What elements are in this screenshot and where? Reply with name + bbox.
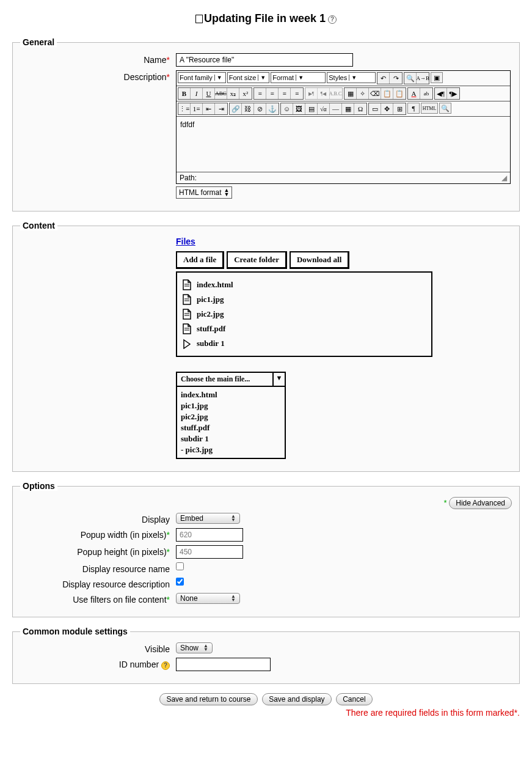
display-select[interactable]: Embed▲▼ (176, 513, 240, 524)
superscript-icon[interactable]: x² (239, 88, 252, 99)
link-icon[interactable]: 🔗 (230, 103, 242, 114)
unlink-icon[interactable]: ⛓ (242, 103, 254, 114)
main-file-select[interactable]: Choose the main file... ▼ index.html pic… (176, 372, 286, 459)
emoticon-icon[interactable]: ☺ (281, 103, 293, 114)
visual-chars-icon[interactable]: ¶ (407, 103, 420, 114)
redo-icon[interactable]: ↷ (390, 73, 402, 84)
fullscreen-icon[interactable]: ▣ (431, 72, 443, 83)
bullet-list-icon[interactable]: ⋮≡ (178, 103, 191, 114)
underline-icon[interactable]: U (203, 88, 215, 99)
display-name-label: Display resource name (20, 562, 176, 574)
number-list-icon[interactable]: 1≡ (191, 103, 203, 114)
font-size-select[interactable]: Font size▼ (227, 72, 270, 83)
hr-icon[interactable]: — (330, 103, 342, 114)
nolink-icon[interactable]: ⊘ (254, 103, 266, 114)
display-desc-checkbox[interactable] (176, 578, 184, 586)
download-all-button[interactable]: Download all (290, 251, 349, 269)
name-input[interactable] (176, 53, 353, 67)
italic-icon[interactable]: I (191, 88, 203, 99)
display-label: Display (20, 513, 176, 524)
anchor-icon[interactable]: ⚓ (266, 103, 279, 114)
folder-icon (182, 338, 192, 349)
popup-width-label: Popup width (in pixels)* (20, 528, 176, 540)
display-name-checkbox[interactable] (176, 562, 184, 570)
indent-icon[interactable]: ⇥ (215, 103, 227, 114)
table-insert-icon[interactable]: ▦ (342, 103, 354, 114)
align-left-icon[interactable]: ≡ (254, 88, 266, 99)
layer-icon[interactable]: ▭ (369, 103, 381, 114)
list-item[interactable]: subdir 1 (182, 336, 426, 351)
format-select[interactable]: Format▼ (271, 72, 326, 83)
paste-text-icon[interactable]: 📋 (381, 88, 393, 99)
spellcheck-icon[interactable]: 🔍 (439, 103, 451, 114)
special-char-icon[interactable]: Ω (354, 103, 366, 114)
file-icon (182, 323, 192, 334)
name-label: Name* (20, 53, 176, 65)
paste-word-icon[interactable]: 📋 (393, 88, 406, 99)
hide-advanced-button[interactable]: Hide Advanced (449, 497, 512, 509)
list-item[interactable]: pic1.jpg (182, 292, 426, 307)
equation-icon[interactable]: √α (318, 103, 330, 114)
help-icon[interactable]: ? (161, 661, 170, 670)
cleanup-icon[interactable]: ✧ (357, 88, 369, 99)
bg-color-icon[interactable]: ab (420, 88, 432, 99)
rtl-icon[interactable]: ¶◀ (318, 88, 330, 99)
media-icon[interactable]: ▤ (305, 103, 318, 114)
select-all-icon[interactable]: ▦ (344, 88, 357, 99)
html-icon[interactable]: HTML (421, 103, 438, 114)
cancel-button[interactable]: Cancel (336, 693, 372, 705)
idnumber-input[interactable] (176, 658, 271, 671)
popup-height-input[interactable] (176, 545, 243, 559)
create-folder-button[interactable]: Create folder (227, 251, 287, 269)
move-icon[interactable]: ✥ (381, 103, 393, 114)
add-file-button[interactable]: Add a file (176, 251, 224, 269)
replace-icon[interactable]: A→B (417, 73, 429, 84)
list-item[interactable]: stuff.pdf (182, 322, 426, 336)
content-legend: Content (20, 221, 57, 230)
text-color-icon[interactable]: A (408, 88, 420, 99)
save-display-button[interactable]: Save and display (262, 693, 331, 705)
remove-format-icon[interactable]: ⌫ (369, 88, 381, 99)
file-icon (182, 294, 192, 305)
action-buttons: Save and return to course Save and displ… (12, 693, 520, 705)
bold-icon[interactable]: B (178, 88, 191, 99)
common-legend: Common module settings (20, 627, 130, 636)
align-right-icon[interactable]: ≡ (279, 88, 291, 99)
indent-left-icon[interactable]: ◀¶ (435, 88, 447, 99)
resize-handle-icon[interactable]: ◢ (501, 174, 507, 182)
main-file-options[interactable]: index.html pic1.jpg pic2.jpg stuff.pdf s… (177, 387, 285, 458)
list-item[interactable]: pic2.jpg (182, 307, 426, 322)
editor-content-area[interactable]: fdfdf (177, 117, 510, 172)
file-icon (182, 279, 192, 290)
styles-select[interactable]: Styles▼ (327, 72, 376, 83)
indent-right-icon[interactable]: ¶▶ (447, 88, 459, 99)
help-icon[interactable]: ? (328, 15, 337, 24)
files-link[interactable]: Files (176, 237, 195, 246)
document-icon (195, 15, 203, 23)
image-icon[interactable]: 🖼 (293, 103, 305, 114)
visible-select[interactable]: Show▲▼ (176, 642, 213, 653)
idnumber-label: ID number ? (20, 658, 176, 670)
general-legend: General (20, 37, 57, 47)
save-return-button[interactable]: Save and return to course (159, 693, 257, 705)
abbr-icon[interactable]: A.B.C. (330, 88, 342, 99)
html-format-select[interactable]: HTML format ▲▼ (176, 186, 232, 199)
undo-icon[interactable]: ↶ (377, 73, 390, 84)
absolute-icon[interactable]: ⊞ (393, 103, 406, 114)
rich-text-editor: Font family▼ Font size▼ Format▼ Styles▼ … (176, 70, 511, 184)
common-section: Common module settings Visible Show▲▼ ID… (12, 627, 520, 684)
visible-label: Visible (20, 642, 176, 654)
align-center-icon[interactable]: ≡ (266, 88, 279, 99)
find-icon[interactable]: 🔍 (404, 73, 417, 84)
ltr-icon[interactable]: ▶¶ (305, 88, 318, 99)
content-section: Content Files Add a file Create folder D… (12, 221, 520, 472)
popup-width-input[interactable] (176, 528, 243, 542)
outdent-icon[interactable]: ⇤ (203, 103, 215, 114)
filters-select[interactable]: None▲▼ (176, 593, 240, 604)
list-item[interactable]: index.html (182, 278, 426, 292)
subscript-icon[interactable]: x₂ (227, 88, 239, 99)
font-family-select[interactable]: Font family▼ (178, 72, 226, 83)
strike-icon[interactable]: ABC (215, 88, 227, 99)
chevron-down-icon[interactable]: ▼ (272, 373, 285, 386)
align-justify-icon[interactable]: ≡ (291, 88, 303, 99)
